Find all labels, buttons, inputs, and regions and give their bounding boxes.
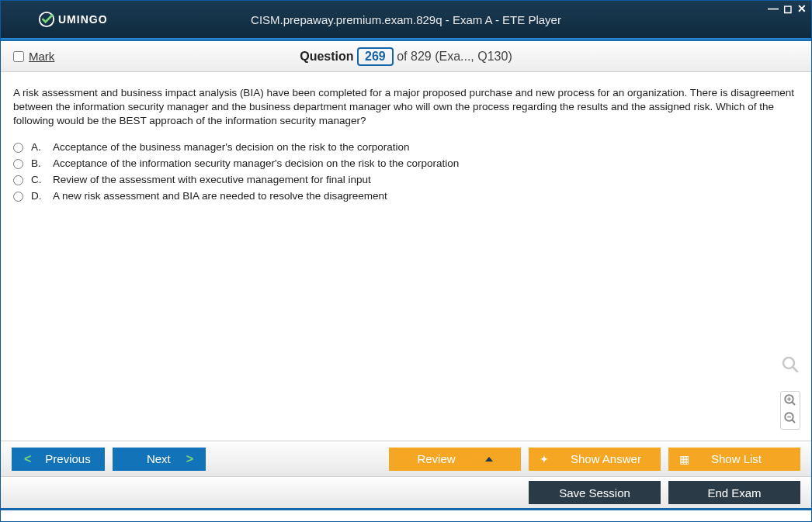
- answer-text: Review of the assessment with executive …: [53, 174, 371, 185]
- answer-letter: C.: [31, 174, 45, 185]
- answer-radio[interactable]: [13, 159, 23, 169]
- mark-label[interactable]: Mark: [29, 50, 54, 63]
- answer-option-b[interactable]: B. Acceptance of the information securit…: [13, 157, 799, 169]
- save-session-button[interactable]: Save Session: [529, 481, 661, 504]
- question-word: Question: [300, 50, 353, 63]
- question-content: A risk assessment and business impact an…: [1, 72, 811, 441]
- end-exam-button[interactable]: End Exam: [668, 481, 800, 504]
- maximize-button[interactable]: ◻: [783, 2, 793, 15]
- title-bar: UMINGO CISM.prepaway.premium.exam.829q -…: [1, 1, 811, 38]
- previous-label: Previous: [45, 452, 90, 465]
- answer-letter: D.: [31, 190, 45, 202]
- review-label: Review: [417, 452, 455, 465]
- answer-option-d[interactable]: D. A new risk assessment and BIA are nee…: [13, 190, 799, 202]
- svg-line-8: [792, 420, 795, 423]
- window-title: CISM.prepaway.premium.exam.829q - Exam A…: [1, 13, 811, 26]
- answer-option-a[interactable]: A. Acceptance of the business manager's …: [13, 141, 799, 153]
- zoom-tools: [780, 355, 800, 430]
- chevron-left-icon: <: [24, 452, 31, 466]
- previous-button[interactable]: < Previous: [12, 448, 105, 471]
- zoom-in-icon[interactable]: [783, 393, 797, 410]
- answer-text: Acceptance of the information security m…: [53, 157, 459, 169]
- checkmark-logo-icon: [38, 11, 55, 28]
- logo-text: UMINGO: [58, 13, 108, 26]
- chevron-right-icon: >: [186, 452, 193, 466]
- svg-line-4: [792, 402, 795, 405]
- show-answer-label: Show Answer: [571, 452, 641, 465]
- window-controls: — ◻ ✕: [768, 2, 807, 15]
- question-indicator: Question 269 of 829 (Exa..., Q130): [1, 47, 811, 66]
- list-icon: ▦: [679, 453, 689, 465]
- triangle-up-icon: [485, 457, 493, 462]
- mark-checkbox-wrap[interactable]: Mark: [13, 50, 54, 63]
- answer-letter: A.: [31, 141, 45, 153]
- review-button[interactable]: Review: [389, 448, 521, 471]
- mark-checkbox[interactable]: [13, 51, 24, 62]
- answer-radio[interactable]: [13, 192, 23, 202]
- answer-option-c[interactable]: C. Review of the assessment with executi…: [13, 174, 799, 185]
- question-of-text: of 829 (Exa..., Q130): [397, 50, 512, 63]
- question-header: Mark Question 269 of 829 (Exa..., Q130): [1, 41, 811, 72]
- answer-radio[interactable]: [13, 143, 23, 153]
- end-exam-label: End Exam: [707, 486, 761, 500]
- show-list-button[interactable]: ▦ Show List: [668, 448, 800, 471]
- svg-line-2: [793, 367, 797, 372]
- show-answer-button[interactable]: ✦ Show Answer: [529, 448, 661, 471]
- footer-session: Save Session End Exam: [1, 476, 811, 510]
- puzzle-icon: ✦: [540, 453, 549, 465]
- next-label: Next: [147, 452, 171, 465]
- app-logo: UMINGO: [1, 11, 108, 28]
- answer-text: A new risk assessment and BIA are needed…: [53, 190, 387, 202]
- answer-radio[interactable]: [13, 175, 23, 185]
- save-session-label: Save Session: [559, 486, 630, 500]
- zoom-out-icon[interactable]: [783, 411, 797, 427]
- show-list-label: Show List: [711, 452, 762, 465]
- question-text: A risk assessment and business impact an…: [13, 86, 799, 129]
- zoom-box: [780, 391, 800, 430]
- search-icon[interactable]: [781, 355, 800, 379]
- next-button[interactable]: Next >: [113, 448, 206, 471]
- footer-navigation: < Previous Next > Review ✦ Show Answer ▦…: [1, 441, 811, 476]
- answer-letter: B.: [31, 157, 45, 169]
- answers-list: A. Acceptance of the business manager's …: [13, 141, 799, 202]
- minimize-button[interactable]: —: [768, 2, 779, 15]
- answer-text: Acceptance of the business manager's dec…: [53, 141, 410, 153]
- close-button[interactable]: ✕: [797, 2, 807, 15]
- question-number-input[interactable]: 269: [357, 47, 394, 66]
